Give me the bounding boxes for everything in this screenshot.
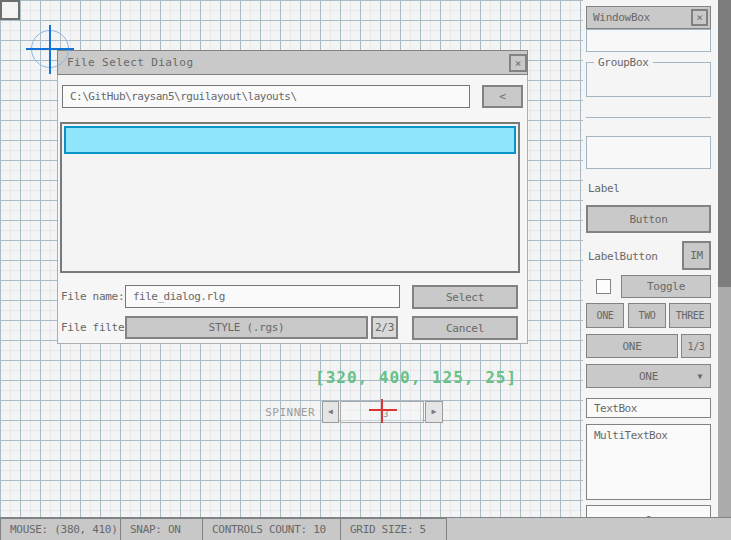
select-button[interactable]: Select bbox=[412, 285, 518, 309]
palette-groupbox-label: GroupBox bbox=[594, 56, 653, 69]
palette-groupbox[interactable]: GroupBox bbox=[586, 62, 711, 97]
palette-combobox-value: ONE bbox=[623, 340, 642, 353]
cancel-button[interactable]: Cancel bbox=[412, 316, 518, 340]
palette-button[interactable]: Button bbox=[586, 205, 711, 233]
palette-checkbox[interactable] bbox=[596, 279, 611, 294]
spinner-value: 3 bbox=[383, 410, 388, 419]
origin-marker bbox=[0, 0, 20, 20]
listview-selected-item[interactable] bbox=[64, 126, 516, 154]
mouse-crosshair-vertical bbox=[381, 399, 383, 423]
palette-dropdown-value: ONE bbox=[639, 370, 658, 383]
dialog-title: File Select Dialog bbox=[58, 56, 193, 69]
spinner-increment-button[interactable]: ▶ bbox=[425, 401, 443, 423]
palette-windowbox-body[interactable] bbox=[586, 29, 711, 52]
palette-scrollbar-thumb[interactable] bbox=[718, 0, 731, 287]
palette-combobox-counter[interactable]: 1/3 bbox=[681, 334, 711, 358]
palette-togglegroup-two[interactable]: TWO bbox=[628, 303, 666, 328]
close-icon: × bbox=[696, 11, 703, 24]
filter-counter: 2/3 bbox=[375, 321, 394, 334]
palette-panel[interactable] bbox=[586, 136, 711, 169]
filter-counter-button[interactable]: 2/3 bbox=[371, 316, 398, 339]
palette-togglegroup-three[interactable]: THREE bbox=[669, 303, 711, 328]
spinner-label: SPINNER bbox=[245, 406, 315, 419]
path-textbox[interactable]: C:\GitHub\raysan5\rguilayout\layouts\ bbox=[62, 85, 470, 108]
palette-combobox-counter-label: 1/3 bbox=[687, 341, 704, 352]
rguilayout-editor: File Select Dialog × C:\GitHub\raysan5\r… bbox=[0, 0, 731, 540]
palette-labelbutton[interactable]: LabelButton bbox=[588, 250, 658, 263]
status-snap: SNAP: ON bbox=[120, 518, 203, 540]
palette-label[interactable]: Label bbox=[588, 182, 620, 195]
status-controls-count: CONTROLS COUNT: 10 bbox=[202, 518, 341, 540]
spinner-decrement-button[interactable]: ◀ bbox=[322, 401, 339, 423]
palette-imagebutton[interactable]: IM bbox=[682, 241, 711, 270]
file-name-value: file_dialog.rlg bbox=[133, 290, 225, 303]
palette-windowbox-close-button[interactable]: × bbox=[691, 9, 708, 26]
close-icon: × bbox=[515, 57, 522, 70]
palette-toggle-label: Toggle bbox=[647, 280, 685, 293]
dialog-close-button[interactable]: × bbox=[509, 54, 527, 72]
palette-multitextbox-text: MultiTextBox bbox=[594, 429, 667, 442]
palette-line[interactable] bbox=[586, 117, 711, 118]
file-name-textbox[interactable]: file_dialog.rlg bbox=[125, 285, 400, 308]
back-button-label: < bbox=[499, 90, 505, 103]
status-mouse: MOUSE: (380, 410) bbox=[0, 518, 121, 540]
status-grid-size: GRID SIZE: 5 bbox=[340, 518, 447, 540]
palette-combobox[interactable]: ONE bbox=[586, 334, 678, 358]
filter-value: STYLE (.rgs) bbox=[209, 321, 285, 334]
palette-valuebox[interactable]: 9 bbox=[586, 505, 711, 517]
controls-palette: WindowBox × GroupBox Label Button LabelB… bbox=[583, 0, 718, 517]
chevron-down-icon: ▼ bbox=[697, 373, 702, 381]
file-listview[interactable] bbox=[60, 122, 520, 273]
filter-combobox[interactable]: STYLE (.rgs) bbox=[125, 316, 368, 339]
anchor-cross-vertical bbox=[49, 25, 51, 74]
mouse-crosshair-horizontal bbox=[369, 409, 397, 411]
file-name-label: File name: bbox=[61, 290, 124, 303]
path-value: C:\GitHub\raysan5\rguilayout\layouts\ bbox=[70, 90, 297, 103]
palette-textbox-text: TextBox bbox=[594, 402, 637, 415]
palette-multitextbox[interactable]: MultiTextBox bbox=[586, 424, 711, 500]
palette-scrollbar-track[interactable] bbox=[718, 0, 731, 517]
palette-windowbox-title: WindowBox bbox=[587, 11, 650, 24]
togglegroup-three-label: THREE bbox=[676, 310, 705, 321]
dialog-titlebar[interactable]: File Select Dialog bbox=[57, 50, 528, 75]
status-bar: MOUSE: (380, 410) SNAP: ON CONTROLS COUN… bbox=[0, 517, 731, 540]
palette-button-label: Button bbox=[630, 213, 668, 226]
selection-rect-text: [320, 400, 125, 25] bbox=[315, 368, 517, 387]
togglegroup-one-label: ONE bbox=[596, 310, 613, 321]
cancel-button-label: Cancel bbox=[446, 322, 484, 335]
file-select-dialog[interactable]: File Select Dialog × C:\GitHub\raysan5\r… bbox=[57, 50, 528, 344]
spin-right-icon: ▶ bbox=[432, 408, 437, 416]
spin-left-icon: ◀ bbox=[328, 408, 333, 416]
palette-imagebutton-label: IM bbox=[690, 249, 703, 262]
palette-togglegroup-one[interactable]: ONE bbox=[586, 303, 624, 328]
select-button-label: Select bbox=[446, 291, 484, 304]
palette-textbox[interactable]: TextBox bbox=[586, 398, 711, 418]
togglegroup-two-label: TWO bbox=[638, 310, 655, 321]
back-button[interactable]: < bbox=[482, 85, 523, 108]
palette-dropdownbox[interactable]: ONE ▼ bbox=[586, 364, 711, 388]
palette-toggle[interactable]: Toggle bbox=[621, 275, 711, 298]
